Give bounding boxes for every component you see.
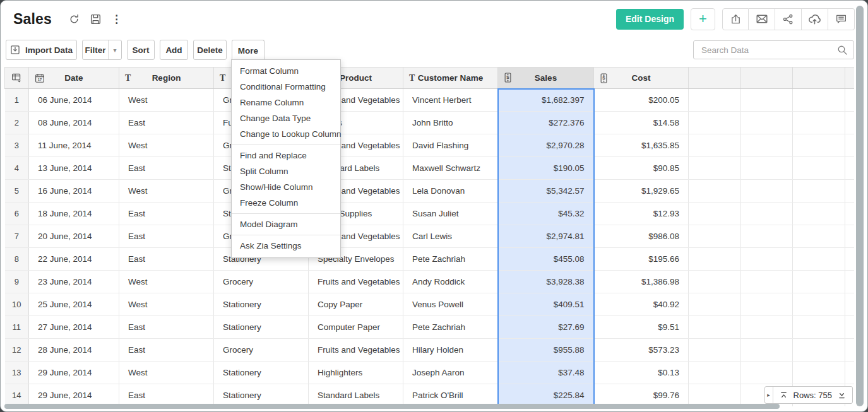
cell-cost[interactable]: $986.08	[594, 225, 689, 248]
cell-empty-4[interactable]	[845, 293, 855, 316]
cell-empty-4[interactable]	[845, 271, 855, 293]
cell-region[interactable]: East	[119, 225, 214, 248]
menu-item-change-to-lookup-column[interactable]: Change to Lookup Column	[232, 126, 340, 142]
column-header-empty-1[interactable]	[689, 68, 741, 89]
cell-empty-2[interactable]	[741, 316, 793, 339]
cell-customer-name[interactable]: Lela Donovan	[403, 180, 498, 203]
row-number[interactable]: 10	[5, 293, 29, 316]
search-icon[interactable]	[837, 45, 848, 56]
row-number[interactable]: 7	[5, 225, 29, 248]
row-number[interactable]: 2	[5, 112, 29, 134]
menu-item-find-and-replace[interactable]: Find and Replace	[232, 148, 340, 163]
cell-region[interactable]: West	[119, 89, 214, 112]
scroll-to-bottom-icon[interactable]	[838, 391, 846, 399]
cell-empty-3[interactable]	[793, 112, 845, 134]
refresh-icon[interactable]	[68, 13, 80, 25]
sort-button[interactable]: Sort	[127, 40, 155, 60]
cell-customer-name[interactable]: Venus Powell	[403, 293, 498, 316]
cell-cost[interactable]: $1,929.65	[594, 180, 689, 203]
cell-empty-4[interactable]	[845, 180, 855, 203]
cell-date[interactable]: 28 June, 2014	[29, 339, 119, 362]
cell-sales[interactable]: $2,970.28	[498, 134, 594, 157]
cell-empty-1[interactable]	[689, 248, 741, 271]
cell-category[interactable]: Grocery	[214, 271, 309, 293]
more-options-icon[interactable]: ⋮	[111, 13, 122, 26]
cell-empty-2[interactable]	[741, 225, 793, 248]
cell-customer-name[interactable]: Pete Zachriah	[403, 316, 498, 339]
share-button[interactable]	[775, 8, 802, 30]
delete-button[interactable]: Delete	[193, 40, 227, 60]
row-number[interactable]: 9	[5, 271, 29, 293]
cell-empty-2[interactable]	[741, 157, 793, 180]
cell-cost[interactable]: $40.92	[594, 293, 689, 316]
row-number[interactable]: 3	[5, 134, 29, 157]
cell-customer-name[interactable]: Vincent Herbert	[403, 89, 498, 112]
more-button[interactable]: More	[232, 40, 265, 61]
cell-date[interactable]: 18 June, 2014	[29, 203, 119, 225]
cell-category[interactable]: Stationery	[214, 316, 309, 339]
cell-sales[interactable]: $27.69	[498, 316, 594, 339]
cell-category[interactable]: Stationery	[214, 293, 309, 316]
cell-empty-1[interactable]	[689, 225, 741, 248]
import-data-button[interactable]: Import Data	[6, 40, 77, 60]
cell-customer-name[interactable]: Carl Lewis	[403, 225, 498, 248]
cell-empty-3[interactable]	[793, 271, 845, 293]
cell-cost[interactable]: $90.85	[594, 157, 689, 180]
cell-customer-name[interactable]: Patrick O'Brill	[403, 384, 498, 407]
cell-sales[interactable]: $37.48	[498, 362, 594, 384]
cell-category[interactable]: Grocery	[214, 339, 309, 362]
cell-cost[interactable]: $0.13	[594, 362, 689, 384]
horizontal-scrollbar[interactable]	[4, 404, 780, 409]
cell-empty-1[interactable]	[689, 203, 741, 225]
cell-empty-2[interactable]	[741, 271, 793, 293]
cell-date[interactable]: 20 June, 2014	[29, 225, 119, 248]
cell-region[interactable]: West	[119, 134, 214, 157]
cell-empty-1[interactable]	[689, 362, 741, 384]
column-header-customer-name[interactable]: TCustomer Name	[403, 68, 498, 89]
column-header-region[interactable]: TRegion	[119, 68, 214, 89]
cell-date[interactable]: 29 June, 2014	[29, 384, 119, 407]
cell-empty-2[interactable]	[741, 134, 793, 157]
cell-empty-2[interactable]	[741, 112, 793, 134]
cell-empty-2[interactable]	[741, 89, 793, 112]
menu-item-split-column[interactable]: Split Column	[232, 163, 340, 179]
cell-empty-4[interactable]	[845, 134, 855, 157]
cell-empty-3[interactable]	[793, 89, 845, 112]
cell-empty-2[interactable]	[741, 293, 793, 316]
column-header-rownum[interactable]	[5, 68, 29, 89]
cell-cost[interactable]: $1,386.98	[594, 271, 689, 293]
cell-region[interactable]: East	[119, 384, 214, 407]
cell-empty-3[interactable]	[793, 180, 845, 203]
add-button[interactable]: +	[691, 8, 715, 30]
cloud-upload-button[interactable]	[802, 8, 828, 30]
cell-empty-1[interactable]	[689, 293, 741, 316]
cell-product[interactable]: Copy Paper	[309, 293, 403, 316]
cell-empty-1[interactable]	[689, 134, 741, 157]
menu-item-conditional-formatting[interactable]: Conditional Formatting	[232, 79, 340, 95]
scroll-to-top-icon[interactable]	[780, 391, 788, 399]
cell-region[interactable]: East	[119, 248, 214, 271]
cell-empty-2[interactable]	[741, 339, 793, 362]
cell-empty-1[interactable]	[689, 384, 741, 407]
cell-empty-1[interactable]	[689, 339, 741, 362]
cell-region[interactable]: West	[119, 271, 214, 293]
menu-item-change-data-type[interactable]: Change Data Type	[232, 110, 340, 126]
row-number[interactable]: 4	[5, 157, 29, 180]
cell-empty-1[interactable]	[689, 157, 741, 180]
cell-cost[interactable]: $14.58	[594, 112, 689, 134]
cell-sales[interactable]: $3,928.38	[498, 271, 594, 293]
row-number[interactable]: 12	[5, 339, 29, 362]
menu-item-format-column[interactable]: Format Column	[232, 63, 340, 79]
cell-region[interactable]: East	[119, 316, 214, 339]
cell-customer-name[interactable]: John Britto	[403, 112, 498, 134]
cell-empty-1[interactable]	[689, 271, 741, 293]
cell-empty-1[interactable]	[689, 180, 741, 203]
cell-product[interactable]: Highlighters	[309, 362, 403, 384]
cell-sales[interactable]: $225.84	[498, 384, 594, 407]
cell-region[interactable]: East	[119, 112, 214, 134]
cell-empty-4[interactable]	[845, 339, 855, 362]
cell-date[interactable]: 23 June, 2014	[29, 271, 119, 293]
column-header-date[interactable]: 17Date	[29, 68, 119, 89]
cell-product[interactable]: Fruits and Vegetables	[309, 271, 403, 293]
cell-date[interactable]: 25 June, 2014	[29, 293, 119, 316]
